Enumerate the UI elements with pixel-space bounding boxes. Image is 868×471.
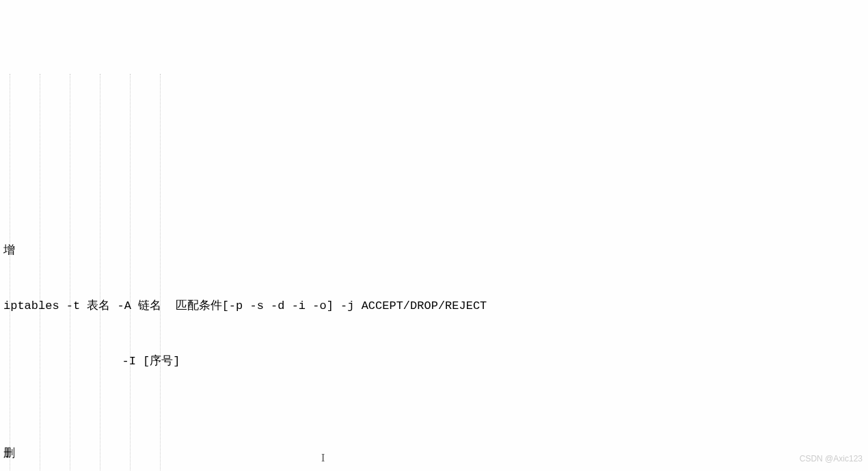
indent-guide	[160, 74, 161, 471]
code-line: 删	[3, 444, 865, 463]
code-line: iptables -t 表名 -A 链名 匹配条件[-p -s -d -i -o…	[3, 297, 865, 315]
text-editor-pane[interactable]: 增 iptables -t 表名 -A 链名 匹配条件[-p -s -d -i …	[0, 74, 868, 471]
code-line: 增	[3, 241, 865, 260]
mouse-ibeam-icon: I	[321, 448, 325, 467]
indent-guide	[130, 74, 131, 471]
code-line: -I [序号]	[3, 352, 865, 371]
indent-guide	[10, 74, 10, 471]
watermark-text: CSDN @Axic123	[800, 450, 863, 468]
indent-guide	[100, 74, 100, 471]
indent-guide	[40, 74, 40, 471]
indent-guide	[70, 74, 70, 471]
